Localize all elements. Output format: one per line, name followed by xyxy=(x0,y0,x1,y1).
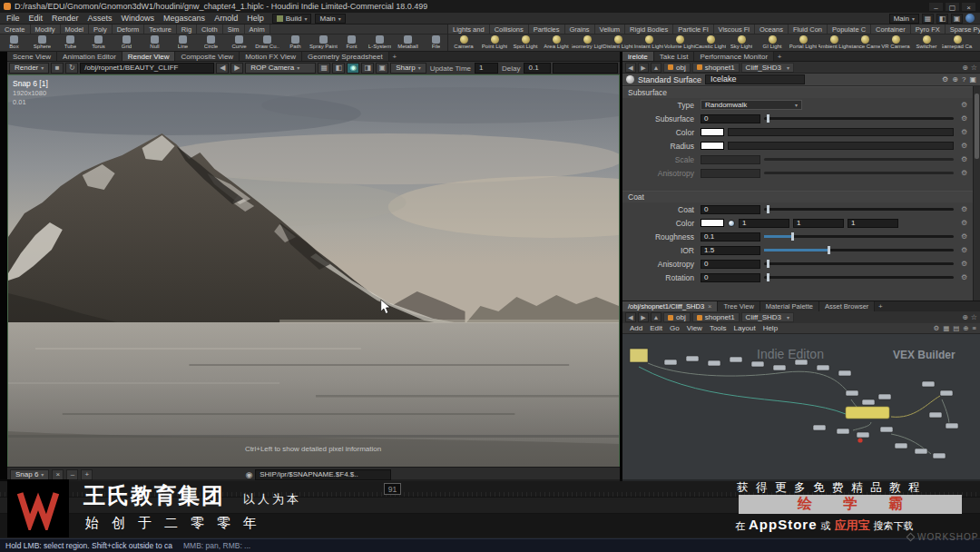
light-tool-3[interactable]: Area Light xyxy=(541,34,572,51)
breadcrumb-shopnet[interactable]: shopnet1 xyxy=(692,63,740,73)
menu-item-5[interactable]: Megascans xyxy=(159,14,210,23)
shelf-tool-9[interactable]: Draw Cu.. xyxy=(253,34,281,51)
light-tool-9[interactable]: Sky Light xyxy=(726,34,757,51)
coat-anisotropy-slider[interactable] xyxy=(764,262,954,265)
param-menu-icon[interactable]: ⚙ xyxy=(959,128,969,136)
menu-item-1[interactable]: Edit xyxy=(24,14,48,23)
network-graph[interactable]: Indie Editon VEX Builder xyxy=(622,334,980,481)
lock-icon[interactable]: ▣ xyxy=(969,75,976,84)
render-button[interactable]: Render xyxy=(9,63,49,74)
shelf-tool-4[interactable]: Grid xyxy=(113,34,141,51)
breadcrumb-obj[interactable]: obj xyxy=(663,63,691,73)
light-tool-6[interactable]: Instant Light xyxy=(633,34,664,51)
menu-item-0[interactable]: File xyxy=(2,14,24,23)
snapshot-select[interactable]: Snap 6 xyxy=(10,469,49,480)
param-menu-icon[interactable]: ⚙ xyxy=(959,169,969,177)
shelf-tool-10[interactable]: Path xyxy=(281,34,309,51)
shelf-tab-1[interactable]: Modify xyxy=(31,25,61,34)
param-menu-icon[interactable]: ⚙ xyxy=(959,101,969,109)
shelf-tool-1[interactable]: Sphere xyxy=(28,34,56,51)
light-tool-8[interactable]: Caustic Light xyxy=(695,34,726,51)
shelf-tab-5[interactable]: Texture xyxy=(144,25,177,34)
lights-shelf-tab-3[interactable]: Grains xyxy=(565,25,595,34)
shelf-tool-0[interactable]: Box xyxy=(0,34,28,51)
ipr-active-icon[interactable]: ◉ xyxy=(347,63,359,74)
param-menu-icon[interactable]: ⚙ xyxy=(959,205,969,213)
lights-shelf-tab-4[interactable]: Vellum xyxy=(595,25,626,34)
param-menu-icon[interactable]: ⚙ xyxy=(959,155,969,163)
network-tab-treeview[interactable]: Tree View xyxy=(718,301,760,311)
shelf-tab-8[interactable]: Sim xyxy=(223,25,245,34)
scale-slider[interactable] xyxy=(764,158,954,161)
shelf-tool-14[interactable]: Metaball xyxy=(394,34,422,51)
network-menu-5[interactable]: Layout xyxy=(730,324,760,332)
snapshot-path-field[interactable]: SHIP/ipr/$SNAPNAME.$F4.$.. xyxy=(255,469,391,480)
shelf-tool-12[interactable]: Font xyxy=(338,34,366,51)
desktop-select[interactable]: Build xyxy=(272,14,312,24)
net-list-icon[interactable]: ▤ xyxy=(953,324,959,332)
right-pane-tab-1[interactable]: Take List xyxy=(654,52,695,61)
radius-swatch[interactable] xyxy=(701,142,724,150)
light-tool-15[interactable]: Switcher xyxy=(911,34,942,51)
gear-icon[interactable]: ⚙ xyxy=(942,75,948,84)
radius-ramp[interactable] xyxy=(728,142,954,150)
gamma-icon[interactable]: ◨ xyxy=(361,63,374,74)
rotation-field[interactable]: 0 xyxy=(701,273,760,282)
ior-slider[interactable] xyxy=(764,249,954,251)
minimize-button[interactable] xyxy=(928,2,944,12)
lights-shelf-tab-6[interactable]: Particle Fl xyxy=(673,25,713,34)
param-menu-icon[interactable]: ⚙ xyxy=(959,273,969,281)
main-desktop-select[interactable]: Main xyxy=(315,14,345,24)
light-tool-7[interactable]: Volume Light xyxy=(664,34,695,51)
subsurface-field[interactable]: 0 xyxy=(701,114,760,123)
param-menu-icon[interactable]: ⚙ xyxy=(959,246,969,254)
lights-shelf-tab-5[interactable]: Rigid Bodies xyxy=(625,25,673,34)
close-snapshot-icon[interactable]: × xyxy=(52,469,64,480)
close-button[interactable] xyxy=(961,2,976,12)
ior-field[interactable]: 1.5 xyxy=(701,246,760,255)
menu-item-2[interactable]: Render xyxy=(47,14,83,23)
roughness-field[interactable]: 0.1 xyxy=(701,232,760,242)
param-menu-icon[interactable]: ⚙ xyxy=(959,114,969,123)
light-tool-0[interactable]: Camera xyxy=(448,34,479,51)
add-right-tab-button[interactable] xyxy=(774,52,785,61)
update-time-field[interactable]: 1 xyxy=(475,63,498,74)
render-image[interactable]: Ctrl+Left to show detailed pixel informa… xyxy=(8,75,619,467)
network-menu-2[interactable]: Go xyxy=(666,324,683,332)
breadcrumb-node[interactable]: Cliff_SHD3 xyxy=(741,63,794,73)
viewport-tab-0[interactable]: Scene View xyxy=(7,52,57,61)
roughness-slider[interactable] xyxy=(764,235,954,238)
lights-shelf-tab-8[interactable]: Oceans xyxy=(755,25,789,34)
shelf-tab-3[interactable]: Poly xyxy=(89,25,113,34)
shelf-tab-6[interactable]: Rig xyxy=(177,25,197,34)
network-editor-canvas[interactable]: Indie Editon VEX Builder xyxy=(622,334,980,481)
light-tool-1[interactable]: Point Light xyxy=(479,34,510,51)
lights-shelf-tab-2[interactable]: Particles xyxy=(529,25,565,34)
shelf-tab-4[interactable]: Deform xyxy=(113,25,145,34)
net-favorite-icon[interactable]: ☆ xyxy=(971,313,977,321)
light-tool-5[interactable]: Distant Light xyxy=(603,34,633,51)
network-menu-1[interactable]: Edit xyxy=(646,324,666,332)
layout-grid-icon[interactable]: ▦ xyxy=(922,14,934,24)
right-main-select[interactable]: Main xyxy=(889,14,919,24)
pin-icon[interactable]: ⊕ xyxy=(962,64,968,72)
color-wheel-icon[interactable] xyxy=(728,220,735,227)
shelf-tool-6[interactable]: Line xyxy=(169,34,197,51)
prev-rop-icon[interactable]: ◀ xyxy=(216,63,229,74)
viewport-tab-5[interactable]: Geometry Spreadsheet xyxy=(302,52,389,61)
color-swatch[interactable] xyxy=(701,128,724,136)
viewport-tab-4[interactable]: Motion FX View xyxy=(240,52,302,61)
light-tool-14[interactable]: VR Camera xyxy=(880,34,911,51)
type-select[interactable]: Randomwalk xyxy=(701,100,802,110)
node-name-field[interactable]: Icelake xyxy=(705,74,805,84)
shelf-tool-15[interactable]: File xyxy=(422,34,447,51)
forward-icon[interactable]: ▶ xyxy=(638,63,649,73)
shelf-tool-5[interactable]: Null xyxy=(141,34,169,51)
coat-slider[interactable] xyxy=(764,208,954,211)
help-orb-icon[interactable] xyxy=(965,14,975,23)
menu-item-7[interactable]: Help xyxy=(242,14,269,23)
subsurface-slider[interactable] xyxy=(764,117,954,120)
param-menu-icon[interactable]: ⚙ xyxy=(959,219,969,227)
maximize-button[interactable] xyxy=(945,2,960,12)
coat-field[interactable]: 0 xyxy=(701,205,760,214)
